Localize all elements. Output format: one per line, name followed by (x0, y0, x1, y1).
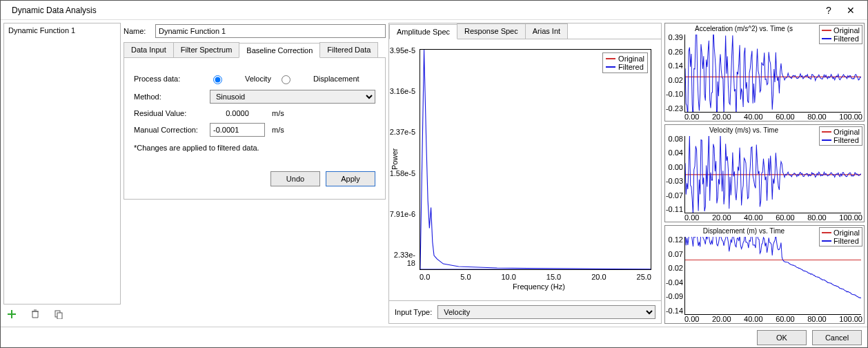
tab-data-input[interactable]: Data Input (124, 42, 174, 57)
spec-ylabel: Power (391, 148, 399, 170)
center-tabs: Data Input Filter Spectrum Baseline Corr… (124, 42, 386, 58)
radio-velocity[interactable] (213, 75, 222, 84)
velocity-chart: Velocity (m/s) vs. Time OriginalFiltered… (664, 124, 865, 223)
name-input[interactable] (155, 24, 386, 38)
process-data-label: Process data: (134, 75, 203, 83)
tab-amplitude-spec[interactable]: Amplitude Spec (389, 24, 457, 39)
displacement-chart: Displacement (m) vs. Time OriginalFilter… (664, 225, 865, 324)
manual-label: Manual Correction: (134, 126, 203, 134)
apply-button[interactable]: Apply (326, 171, 375, 186)
add-icon[interactable] (6, 309, 17, 320)
svg-rect-1 (57, 313, 62, 319)
residual-unit: m/s (272, 109, 284, 117)
cancel-button[interactable]: Cancel (812, 330, 862, 345)
radio-displacement-label: Displacement (313, 75, 359, 83)
spec-xticks: 0.0 5.0 10.0 15.0 20.0 25.0 (420, 273, 651, 281)
spectrum-legend: Original Filtered (602, 52, 648, 73)
tab-filtered-data[interactable]: Filtered Data (319, 42, 378, 57)
undo-button[interactable]: Undo (270, 171, 320, 186)
radio-velocity-label: Velocity (245, 75, 271, 83)
copy-icon[interactable] (53, 309, 64, 320)
tab-arias-int[interactable]: Arias Int (525, 23, 568, 39)
manual-correction-input[interactable] (210, 123, 265, 137)
spectrum-panel: Amplitude Spec Response Spec Arias Int 3… (388, 23, 662, 324)
spec-xlabel: Frequency (Hz) (392, 281, 658, 293)
tab-response-spec[interactable]: Response Spec (457, 23, 526, 39)
help-button[interactable]: ? (818, 5, 840, 16)
close-button[interactable]: ✕ (840, 5, 862, 16)
accel-chart: Acceleration (m/s^2) vs. Time (s Origina… (664, 23, 865, 122)
spectrum-chart: Original Filtered (420, 49, 651, 270)
name-label: Name: (124, 27, 151, 35)
residual-label: Residual Value: (134, 109, 203, 117)
ok-button[interactable]: OK (757, 330, 807, 345)
manual-unit: m/s (272, 126, 284, 134)
baseline-correction-panel: Process data: Velocity Displacement Meth… (124, 58, 386, 200)
delete-icon[interactable] (30, 309, 41, 320)
tab-filter-spectrum[interactable]: Filter Spectrum (173, 42, 240, 57)
method-label: Method: (134, 93, 203, 101)
titlebar: Dynamic Data Analysis ? ✕ (1, 1, 867, 20)
changes-note: *Changes are applied to filtered data. (134, 139, 375, 152)
tab-baseline-correction[interactable]: Baseline Correction (239, 43, 320, 58)
dialog-window: Dynamic Data Analysis ? ✕ Dynamic Functi… (0, 0, 868, 348)
timeseries-panel: Acceleration (m/s^2) vs. Time (s Origina… (664, 23, 865, 324)
input-type-select[interactable]: Velocity (437, 305, 655, 319)
method-select[interactable]: Sinusoid (210, 90, 375, 104)
dialog-footer: OK Cancel (1, 327, 867, 347)
input-type-label: Input Type: (395, 308, 432, 316)
radio-displacement[interactable] (282, 75, 290, 84)
residual-value: 0.0000 (210, 109, 265, 117)
window-title: Dynamic Data Analysis (6, 6, 818, 15)
function-list-item[interactable]: Dynamic Function 1 (6, 25, 119, 36)
function-list[interactable]: Dynamic Function 1 (3, 23, 121, 304)
